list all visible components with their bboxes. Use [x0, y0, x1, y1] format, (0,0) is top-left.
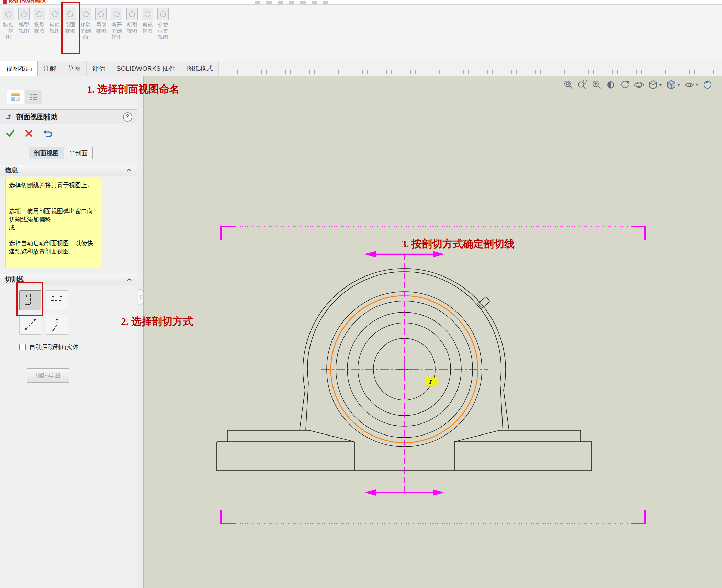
- tab-annotation[interactable]: 注解: [38, 61, 62, 76]
- annotation-step-2: 2. 选择剖切方式: [121, 315, 193, 329]
- mode-tab-section-view[interactable]: 剖面视图: [29, 147, 64, 159]
- toolbar-button-auxiliary-view[interactable]: 辅助 视图: [47, 8, 63, 34]
- property-manager-panel: 剖面视图辅助 ? 剖面视图 半剖面 信息 选择切: [0, 76, 137, 588]
- toolbar-button-model-view[interactable]: 模型 视图: [16, 8, 32, 34]
- toolbar-label-line: 位置: [158, 28, 168, 34]
- view-orientation-button[interactable]: [648, 80, 662, 90]
- section-arrow-right-top[interactable]: [433, 251, 444, 257]
- redo-icon[interactable]: [312, 1, 317, 4]
- graphics-area[interactable]: [144, 76, 722, 588]
- mode-tab-half-section[interactable]: 半剖面: [64, 147, 93, 159]
- ruler: [219, 61, 722, 76]
- open-file-icon[interactable]: [266, 1, 272, 4]
- rotate-view-button[interactable]: [620, 80, 630, 90]
- info-text: 或: [9, 224, 98, 232]
- horizontal-cutting-line-button[interactable]: [46, 290, 68, 310]
- collapse-chevron-icon[interactable]: [126, 278, 132, 282]
- aligned-cutting-line-button[interactable]: [46, 315, 68, 335]
- toolbar-button-alternate-position-view[interactable]: 交替 位置 视图: [155, 8, 171, 40]
- toolbar-label-line: 的剖: [112, 28, 122, 34]
- zoom-fit-button[interactable]: [563, 80, 574, 90]
- display-style-icon: [666, 80, 676, 90]
- tab-view-layout[interactable]: 视图布局: [0, 61, 38, 76]
- toolbar-label-line: 面: [83, 34, 88, 40]
- auto-start-label: 自动启动剖面实体: [29, 343, 79, 351]
- horizontal-cutting-line-icon: [49, 293, 65, 308]
- property-manager-tab-strip: [7, 90, 42, 104]
- panel-divider: [0, 144, 137, 144]
- cancel-button[interactable]: [23, 128, 34, 139]
- panel-splitter[interactable]: [137, 76, 144, 588]
- info-section-label: 信息: [5, 166, 18, 175]
- annotation-step-1: 1. 选择剖面视图命名: [87, 82, 180, 97]
- tab-sheet-format[interactable]: 图纸格式: [181, 61, 219, 76]
- annotation-step-3: 3. 按剖切方式确定剖切线: [401, 237, 515, 251]
- toolbar-label-line: 断开: [112, 22, 122, 28]
- toolbar-label-line: 视图: [127, 28, 137, 34]
- toolbar-label-line: 模型: [19, 22, 29, 28]
- drawing-canvas[interactable]: [144, 76, 722, 588]
- cursor-hint-badge: [425, 378, 437, 386]
- toolbar-label-line: 断裂: [127, 22, 137, 28]
- panel-collapse-handle[interactable]: [138, 289, 143, 305]
- tab-evaluate[interactable]: 评估: [87, 61, 111, 76]
- edit-sketch-button[interactable]: 编辑草图: [27, 368, 69, 383]
- collapse-chevron-icon[interactable]: [126, 168, 132, 172]
- display-style-button[interactable]: [666, 80, 680, 90]
- ok-check-icon: [5, 128, 15, 138]
- edit-appearance-button[interactable]: [702, 80, 713, 90]
- section-arrow-right-bottom[interactable]: [433, 489, 444, 496]
- save-icon[interactable]: [278, 1, 283, 4]
- toolbar-label-line: 辅助: [50, 22, 60, 28]
- orbit-view-button[interactable]: [634, 80, 644, 90]
- auto-start-checkbox[interactable]: [19, 344, 26, 350]
- section-arrow-left-bottom[interactable]: [365, 489, 376, 496]
- undo-icon[interactable]: [300, 1, 306, 4]
- toolbar-label-line: 标准: [3, 22, 14, 28]
- toolbar-button-standard-3-view[interactable]: 标准 三视 图: [1, 8, 16, 40]
- toolbar-label-line: 交替: [158, 22, 168, 28]
- rebuild-icon[interactable]: [323, 1, 328, 4]
- model-view-icon: [18, 8, 30, 20]
- toolbar-label-line: 剪裁: [143, 22, 153, 28]
- section-view-hud-button[interactable]: [606, 80, 616, 90]
- toolbar-label-line: 局部: [96, 22, 106, 28]
- toolbar-button-broken-out-section[interactable]: 断开 的剖 视图: [109, 8, 124, 40]
- toolbar-label-line: 投影: [34, 22, 45, 28]
- angled-cutting-line-button[interactable]: [19, 315, 41, 335]
- command-manager-tabs: 视图布局 注解 草图 评估 SOLIDWORKS 插件 图纸格式: [0, 61, 722, 76]
- hide-show-items-button[interactable]: [684, 80, 699, 90]
- property-manager-tab[interactable]: [7, 90, 24, 104]
- toolbar-label-line: 移除: [81, 22, 91, 28]
- auxiliary-view-icon: [49, 8, 60, 20]
- feature-list-tab[interactable]: [25, 90, 42, 104]
- undo-button[interactable]: [42, 128, 53, 139]
- broken-out-section-icon: [111, 8, 122, 20]
- toolbar-button-break-view[interactable]: 断裂 视图: [124, 8, 140, 34]
- tab-sketch[interactable]: 草图: [62, 61, 87, 76]
- dropdown-caret-icon: [659, 83, 662, 86]
- new-file-icon[interactable]: [255, 1, 260, 4]
- left-foot-edges: [217, 430, 354, 471]
- toolbar-button-removed-section[interactable]: 移除 的剖 面: [78, 8, 93, 40]
- toolbar-button-projected-view[interactable]: 投影 视图: [32, 8, 47, 34]
- toolbar-label-line: 视图: [96, 28, 106, 34]
- toolbar-label-line: 三视: [3, 28, 14, 34]
- projected-view-icon: [34, 8, 45, 20]
- info-text: 选项：使用剖面视图弹出窗口向切割线添加偏移。: [9, 207, 98, 224]
- help-icon[interactable]: ?: [123, 112, 132, 122]
- zoom-area-button[interactable]: [577, 80, 588, 90]
- tab-solidworks-addins[interactable]: SOLIDWORKS 插件: [111, 61, 181, 76]
- auto-start-section-row: 自动启动剖面实体: [19, 343, 79, 351]
- section-arrow-left-top[interactable]: [365, 251, 376, 257]
- menu-strip: SOLIDWORKS: [0, 0, 722, 5]
- toolbar-label-line: 视图: [158, 34, 168, 40]
- print-icon[interactable]: [289, 1, 294, 4]
- dropdown-caret-icon: [695, 83, 699, 86]
- detail-view-icon: [95, 8, 107, 20]
- ok-button[interactable]: [5, 128, 16, 139]
- toolbar-button-crop-view[interactable]: 剪裁 视图: [140, 8, 155, 34]
- zoom-in-out-button[interactable]: [591, 80, 602, 90]
- toolbar-button-detail-view[interactable]: 局部 视图: [93, 8, 109, 34]
- toolbar-label-line: 图: [6, 34, 11, 40]
